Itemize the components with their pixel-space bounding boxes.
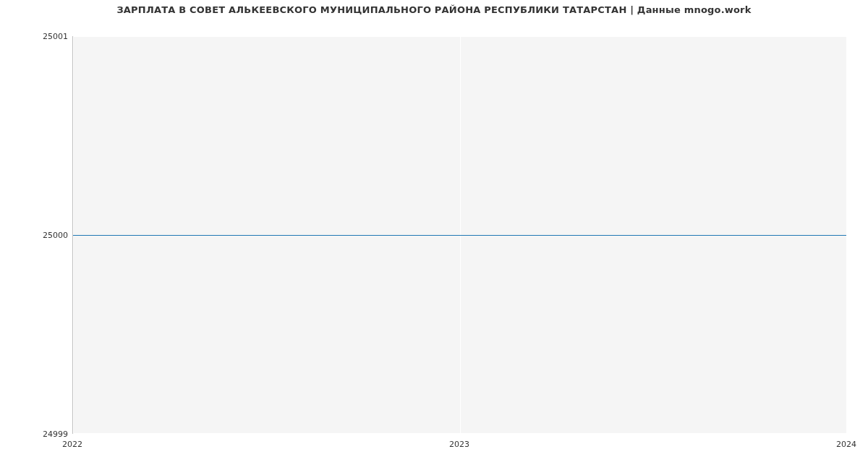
gridline-horizontal	[73, 433, 846, 434]
chart-title: ЗАРПЛАТА В СОВЕТ АЛЬКЕЕВСКОГО МУНИЦИПАЛЬ…	[0, 4, 868, 15]
gridline-horizontal	[73, 36, 846, 37]
plot-area	[72, 36, 846, 434]
series-line-salary	[73, 235, 846, 236]
x-tick-label: 2023	[449, 440, 469, 449]
chart-container: ЗАРПЛАТА В СОВЕТ АЛЬКЕЕВСКОГО МУНИЦИПАЛЬ…	[0, 0, 868, 470]
y-tick-label: 24999	[3, 430, 68, 439]
y-tick-label: 25000	[3, 231, 68, 240]
y-tick-label: 25001	[3, 32, 68, 41]
gridline-vertical	[846, 36, 847, 433]
x-tick-label: 2022	[62, 440, 82, 449]
x-tick-label: 2024	[836, 440, 856, 449]
